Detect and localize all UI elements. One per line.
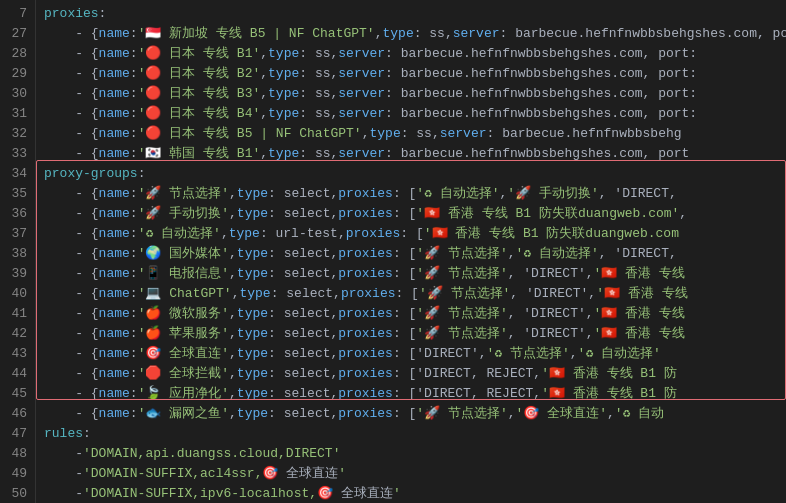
line-num-38: 38 — [8, 244, 27, 264]
code-line-34: proxy-groups: — [44, 164, 786, 184]
line-num-41: 41 — [8, 304, 27, 324]
line-num-49: 49 — [8, 464, 27, 484]
line-num-39: 39 — [8, 264, 27, 284]
code-line-31: - { name: '🔴 日本 专线 B4', type: ss, server… — [44, 104, 786, 124]
code-line-46: - { name: '🐟 漏网之鱼', type: select, proxie… — [44, 404, 786, 424]
code-line-35: - { name: '🚀 节点选择', type: select, proxie… — [44, 184, 786, 204]
line-num-34: 34 — [8, 164, 27, 184]
line-num-44: 44 — [8, 364, 27, 384]
line-num-50: 50 — [8, 484, 27, 503]
code-line-39: - { name: '📱 电报信息', type: select, proxie… — [44, 264, 786, 284]
code-line-47: rules: — [44, 424, 786, 444]
code-content[interactable]: proxies: - { name: '🇸🇬 新加坡 专线 B5 | NF Ch… — [36, 0, 786, 503]
line-num-40: 40 — [8, 284, 27, 304]
code-line-36: - { name: '🚀 手动切换', type: select, proxie… — [44, 204, 786, 224]
line-num-36: 36 — [8, 204, 27, 224]
line-num-48: 48 — [8, 444, 27, 464]
line-num-33: 33 — [8, 144, 27, 164]
code-line-45: - { name: '🍃 应用净化', type: select, proxie… — [44, 384, 786, 404]
code-line-30: - { name: '🔴 日本 专线 B3', type: ss, server… — [44, 84, 786, 104]
code-line-49: - 'DOMAIN-SUFFIX,acl4ssr,🎯 全球直连' — [44, 464, 786, 484]
code-line-29: - { name: '🔴 日本 专线 B2', type: ss, server… — [44, 64, 786, 84]
code-line-7: proxies: — [44, 4, 786, 24]
line-num-29: 29 — [8, 64, 27, 84]
line-num-43: 43 — [8, 344, 27, 364]
code-line-32: - { name: '🔴 日本 专线 B5 | NF ChatGPT', typ… — [44, 124, 786, 144]
code-line-37: - { name: '♻️ 自动选择', type: url-test, pro… — [44, 224, 786, 244]
code-line-40: - { name: '💻 ChatGPT', type: select, pro… — [44, 284, 786, 304]
line-num-30: 30 — [8, 84, 27, 104]
code-line-43: - { name: '🎯 全球直连', type: select, proxie… — [44, 344, 786, 364]
line-num-35: 35 — [8, 184, 27, 204]
code-line-33: - { name: '🇰🇷 韩国 专线 B1', type: ss, serve… — [44, 144, 786, 164]
code-line-50: - 'DOMAIN-SUFFIX,ipv6-localhost,🎯 全球直连' — [44, 484, 786, 503]
line-num-37: 37 — [8, 224, 27, 244]
line-num-28: 28 — [8, 44, 27, 64]
line-num-27: 27 — [8, 24, 27, 44]
code-line-28: - { name: '🔴 日本 专线 B1', type: ss, server… — [44, 44, 786, 64]
code-line-27: - { name: '🇸🇬 新加坡 专线 B5 | NF ChatGPT', t… — [44, 24, 786, 44]
line-num-42: 42 — [8, 324, 27, 344]
code-line-42: - { name: '🍎 苹果服务', type: select, proxie… — [44, 324, 786, 344]
code-line-38: - { name: '🌍 国外媒体', type: select, proxie… — [44, 244, 786, 264]
code-line-44: - { name: '🛑 全球拦截', type: select, proxie… — [44, 364, 786, 384]
line-num-47: 47 — [8, 424, 27, 444]
line-numbers: 7 27 28 29 30 31 32 33 34 35 36 37 38 39… — [0, 0, 36, 503]
line-num-32: 32 — [8, 124, 27, 144]
line-num-46: 46 — [8, 404, 27, 424]
code-editor: 7 27 28 29 30 31 32 33 34 35 36 37 38 39… — [0, 0, 786, 503]
line-num-31: 31 — [8, 104, 27, 124]
line-num-7: 7 — [8, 4, 27, 24]
code-line-41: - { name: '🍎 微软服务', type: select, proxie… — [44, 304, 786, 324]
code-line-48: - 'DOMAIN,api.duangss.cloud,DIRECT' — [44, 444, 786, 464]
line-num-45: 45 — [8, 384, 27, 404]
